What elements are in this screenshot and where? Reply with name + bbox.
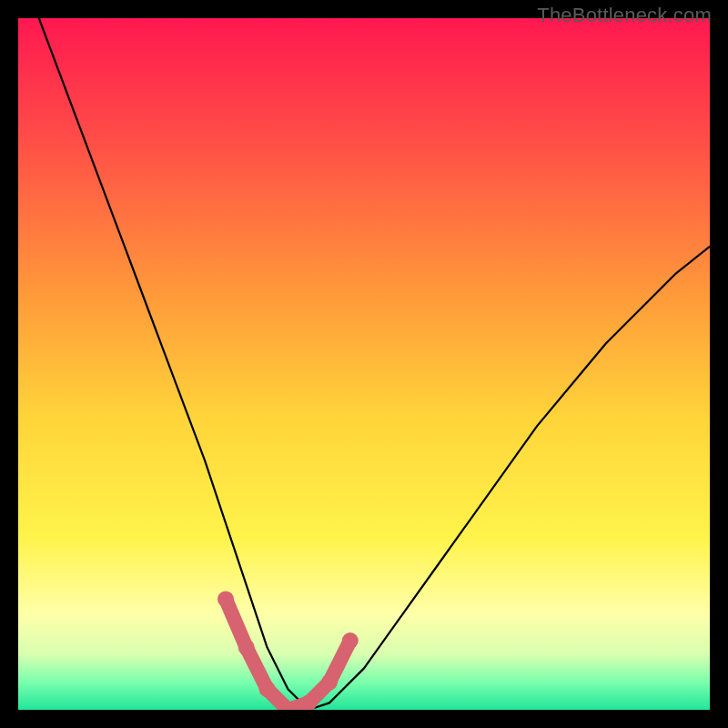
highlight-dot (238, 640, 255, 656)
curve-overlay (18, 18, 710, 710)
highlight-dot (259, 681, 276, 697)
watermark-text: TheBottleneck.com (537, 4, 712, 27)
bottleneck-curve (39, 18, 710, 710)
highlight-dot (217, 591, 234, 607)
highlight-dot (342, 632, 359, 649)
highlight-dot (321, 674, 338, 691)
